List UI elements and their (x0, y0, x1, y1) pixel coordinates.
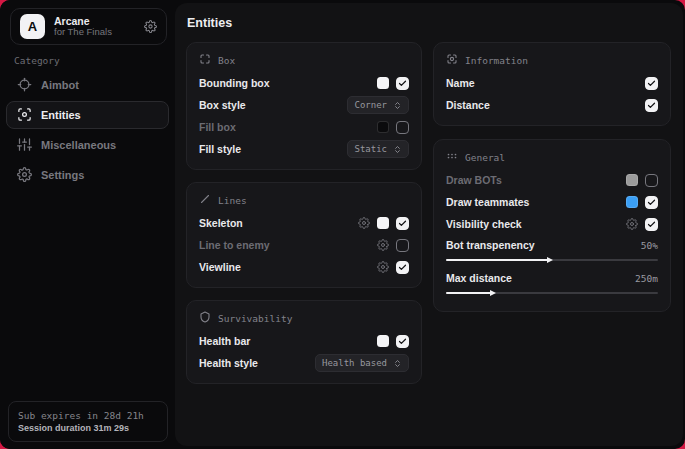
right-column: Information Name Distance (433, 42, 671, 312)
checkbox[interactable] (396, 121, 409, 134)
setting-row-bot-transparency: Bot transpenency 50% (446, 236, 658, 263)
slider-value: 250m (635, 273, 658, 284)
survivability-card-header: Survivability (199, 310, 409, 326)
general-card-header: General (446, 149, 658, 165)
setting-label: Fill style (199, 143, 241, 155)
sidebar-item-miscellaneous[interactable]: Miscellaneous (6, 131, 169, 159)
setting-label: Viewline (199, 261, 241, 273)
checkbox[interactable] (645, 174, 658, 187)
health-style-dropdown[interactable]: Health based (315, 354, 409, 372)
checkbox[interactable] (645, 77, 658, 90)
lines-card-header: Lines (199, 192, 409, 208)
subscription-info-card: Sub expires in 28d 21h Session duration … (8, 401, 168, 442)
general-card: General Draw BOTs Draw teammates (433, 139, 671, 312)
gear-icon[interactable] (377, 261, 389, 273)
box-card: Box Bounding box Box style Corner (186, 42, 422, 170)
sidebar-nav: Aimbot Entities Miscellaneous Settings (6, 71, 169, 189)
survivability-card: Survivability Health bar Health style He… (186, 300, 422, 384)
color-swatch[interactable] (377, 335, 389, 347)
scan-circle-icon (446, 53, 458, 67)
information-card: Information Name Distance (433, 42, 671, 126)
dropdown-value: Static (354, 144, 387, 154)
setting-label: Skeleton (199, 217, 243, 229)
setting-row-fill-style: Fill style Static (199, 138, 409, 160)
bot-transparency-slider[interactable] (446, 257, 658, 263)
setting-label: Box style (199, 99, 246, 111)
box-corners-icon (199, 53, 211, 67)
setting-label: Health bar (199, 335, 250, 347)
page-title: Entities (187, 16, 232, 30)
sidebar-item-label: Miscellaneous (41, 139, 116, 151)
chevrons-up-down-icon (393, 354, 402, 372)
checkbox[interactable] (396, 335, 409, 348)
information-card-header: Information (446, 52, 658, 68)
checkbox[interactable] (396, 261, 409, 274)
box-style-dropdown[interactable]: Corner (347, 96, 409, 114)
section-title: Box (218, 55, 235, 66)
fill-style-dropdown[interactable]: Static (347, 140, 409, 158)
setting-label: Distance (446, 99, 490, 111)
checkbox[interactable] (645, 218, 658, 231)
checkbox[interactable] (645, 196, 658, 209)
category-label: Category (14, 55, 60, 66)
lines-card: Lines Skeleton Line to enemy (186, 182, 422, 288)
session-duration-text: Session duration 31m 29s (18, 423, 158, 433)
setting-row-box-style: Box style Corner (199, 94, 409, 116)
section-title: Lines (218, 195, 247, 206)
sidebar-item-label: Entities (41, 109, 81, 121)
gear-icon[interactable] (626, 218, 638, 230)
checkbox[interactable] (396, 77, 409, 90)
slider-fill (446, 259, 548, 261)
setting-label: Max distance (446, 272, 512, 284)
gear-icon (17, 167, 32, 184)
setting-label: Visibility check (446, 218, 522, 230)
color-swatch[interactable] (377, 217, 389, 229)
sidebar-item-settings[interactable]: Settings (6, 161, 169, 189)
setting-row-visibility-check: Visibility check (446, 213, 658, 235)
grid-dots-icon (446, 150, 458, 164)
setting-row-distance: Distance (446, 94, 658, 116)
section-title: General (465, 152, 505, 163)
chevrons-up-down-icon (393, 140, 402, 158)
sidebar-item-label: Settings (41, 169, 84, 181)
sidebar-item-entities[interactable]: Entities (6, 101, 169, 129)
color-swatch[interactable] (626, 174, 638, 186)
checkbox[interactable] (396, 217, 409, 230)
sliders-icon (17, 137, 32, 154)
gear-icon[interactable] (358, 217, 370, 229)
color-swatch[interactable] (377, 77, 389, 89)
checkbox[interactable] (645, 99, 658, 112)
setting-label: Name (446, 77, 475, 89)
scan-eye-icon (17, 107, 32, 124)
crosshair-icon (17, 77, 32, 94)
setting-row-max-distance: Max distance 250m (446, 269, 658, 296)
app-title-block: Arcane for The Finals (54, 15, 135, 38)
setting-row-draw-teammates: Draw teammates (446, 191, 658, 213)
shield-icon (199, 311, 211, 325)
gear-icon[interactable] (377, 239, 389, 251)
main-panel: Entities Box Bounding box (175, 3, 683, 446)
setting-label: Fill box (199, 121, 236, 133)
setting-label: Draw BOTs (446, 174, 502, 186)
app-window: A Arcane for The Finals Category Aimbot … (0, 0, 685, 449)
gear-icon[interactable] (144, 20, 157, 33)
setting-row-health-bar: Health bar (199, 330, 409, 352)
app-header-card: A Arcane for The Finals (10, 8, 167, 45)
checkbox[interactable] (396, 239, 409, 252)
setting-row-bounding-box: Bounding box (199, 72, 409, 94)
sidebar-item-label: Aimbot (41, 79, 79, 91)
diagonal-line-icon (199, 193, 211, 207)
chevrons-up-down-icon (393, 96, 402, 114)
slider-value: 50% (641, 240, 658, 251)
color-swatch[interactable] (626, 196, 638, 208)
sidebar-item-aimbot[interactable]: Aimbot (6, 71, 169, 99)
setting-row-health-style: Health style Health based (199, 352, 409, 374)
max-distance-slider[interactable] (446, 290, 658, 296)
sidebar: A Arcane for The Finals Category Aimbot … (0, 0, 175, 449)
setting-label: Bot transpenency (446, 239, 535, 251)
box-card-header: Box (199, 52, 409, 68)
section-title: Survivability (218, 313, 292, 324)
setting-label: Health style (199, 357, 258, 369)
left-column: Box Bounding box Box style Corner (186, 42, 422, 384)
color-swatch[interactable] (377, 121, 389, 133)
